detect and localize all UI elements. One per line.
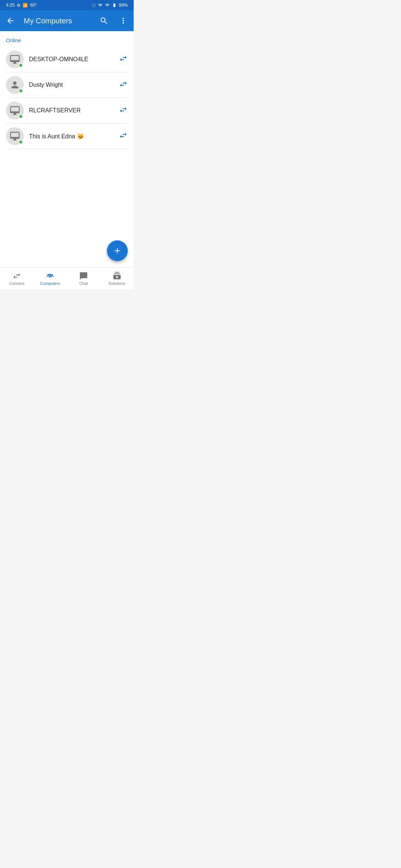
online-indicator: [19, 63, 23, 68]
steam-icon: ⚙: [17, 3, 20, 8]
computer-name-aunt-edna: This is Aunt Edna 🐱: [24, 133, 119, 140]
avatar-desktop-omno4le: [6, 50, 24, 68]
online-indicator: [19, 89, 23, 93]
connect-arrow-icon[interactable]: [119, 105, 128, 116]
nav-item-connect[interactable]: Connect: [0, 267, 33, 289]
person-icon: [10, 80, 20, 90]
computer-name-dusty-wright: Dusty Wright: [24, 82, 119, 88]
status-bar: 4:25 ⚙ 📶 60° ⬡ 99%: [0, 0, 134, 10]
page-title: My Computers: [21, 17, 94, 25]
connect-arrow-icon[interactable]: [119, 80, 128, 91]
computer-name-desktop-omno4le: DESKTOP-OMNO4LE: [24, 56, 119, 63]
computer-list-content: Online DESKTOP-OMNO4LE: [0, 31, 134, 267]
nav-item-computers[interactable]: Computers: [33, 267, 67, 289]
monitor-icon: [10, 131, 20, 141]
search-button[interactable]: [95, 12, 113, 30]
battery-icon: [111, 3, 117, 7]
computers-nav-label: Computers: [40, 281, 60, 286]
add-computer-fab[interactable]: [107, 240, 128, 261]
computer-item-dusty-wright[interactable]: Dusty Wright: [0, 72, 134, 98]
overflow-menu-button[interactable]: [114, 12, 132, 30]
add-icon: [113, 246, 122, 255]
online-section-title: Online: [6, 37, 21, 43]
connect-arrow-icon[interactable]: [119, 131, 128, 142]
solutions-nav-icon: [113, 272, 121, 280]
status-time: 4:25: [6, 3, 14, 8]
back-button[interactable]: [1, 12, 19, 30]
avatar-dusty-wright: [6, 76, 24, 94]
computers-nav-icon: [46, 272, 55, 280]
wifi-icon: 📶: [23, 3, 28, 8]
computer-item-aunt-edna[interactable]: This is Aunt Edna 🐱: [0, 124, 134, 149]
status-left: 4:25 ⚙ 📶 60°: [6, 3, 37, 8]
signal-icon: [105, 3, 110, 7]
solutions-nav-label: Solutions: [108, 281, 125, 286]
avatar-aunt-edna: [6, 127, 24, 145]
computer-item-desktop-omno4le[interactable]: DESKTOP-OMNO4LE: [0, 47, 134, 72]
bottom-navigation: Connect Computers Chat Solutions: [0, 267, 134, 289]
bluetooth-icon: ⬡: [92, 3, 96, 8]
online-indicator: [19, 140, 23, 144]
chat-nav-label: Chat: [79, 281, 88, 286]
app-bar: My Computers: [0, 10, 134, 31]
connect-arrow-icon[interactable]: [119, 54, 128, 65]
avatar-rlcraftserver: [6, 102, 24, 119]
status-right: ⬡ 99%: [92, 3, 128, 8]
divider-4: [6, 149, 128, 149]
monitor-icon: [10, 105, 20, 116]
battery-percent: 99%: [119, 3, 128, 8]
computer-name-rlcraftserver: RLCRAFTSERVER: [24, 107, 119, 114]
connect-nav-label: Connect: [9, 281, 25, 286]
nav-item-solutions[interactable]: Solutions: [100, 267, 134, 289]
wifi-signal-icon: [97, 3, 103, 7]
temp-display: 60°: [30, 3, 37, 8]
nav-item-chat[interactable]: Chat: [67, 267, 100, 289]
online-section-header: Online: [0, 31, 134, 47]
chat-nav-icon: [79, 272, 88, 280]
connect-nav-icon: [12, 272, 21, 280]
monitor-icon: [10, 54, 20, 65]
computer-item-rlcraftserver[interactable]: RLCRAFTSERVER: [0, 98, 134, 123]
online-indicator: [19, 114, 23, 119]
